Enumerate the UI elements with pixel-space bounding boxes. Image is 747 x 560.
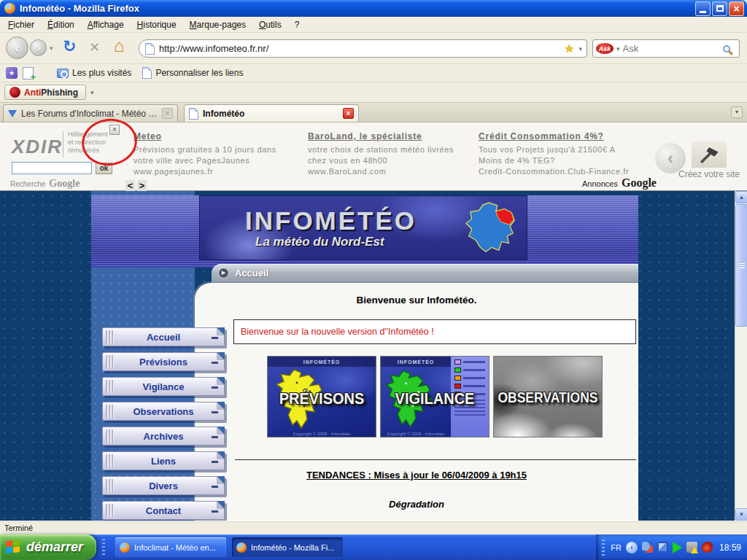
antiphishing-label-black: Phishing <box>41 88 78 98</box>
menu-historique[interactable]: Historique <box>131 18 183 32</box>
tray-icon-antivirus[interactable] <box>702 542 713 553</box>
menu-outils[interactable]: Outils <box>252 18 288 32</box>
antiphishing-dropdown[interactable]: ▾ <box>90 89 94 96</box>
sidebar-item-vigilance[interactable]: Vigilance <box>102 377 225 396</box>
bookmark-customize-links[interactable]: Personnaliser les liens <box>139 66 246 80</box>
sidebar-item-contact[interactable]: Contact <box>102 501 225 520</box>
antiphishing-button[interactable]: AntiPhishing <box>4 85 86 100</box>
tray-icon-network[interactable] <box>657 542 668 553</box>
forward-button[interactable]: › <box>30 39 47 56</box>
tab-infoclimat[interactable]: Les Forums d'Infoclimat - Météo en tem..… <box>3 104 178 122</box>
thumbnail-header: INFOMÉTÉO <box>381 357 451 367</box>
scrollbar-grip <box>739 262 745 268</box>
list-all-tabs-icon[interactable]: ▾ <box>731 106 743 118</box>
tab-close-icon[interactable]: × <box>343 108 354 119</box>
sidebar-item-observations[interactable]: Observations <box>102 402 225 421</box>
ad-title-link[interactable]: Crédit Consommation 4%? <box>479 131 648 142</box>
tray-icon-warning[interactable] <box>686 542 697 553</box>
minimize-button[interactable] <box>695 1 711 16</box>
bookmark-most-visited[interactable]: Les plus visités <box>54 66 134 79</box>
title-bar: Infométéo - Mozilla Firefox × <box>0 0 747 17</box>
ad-prev-button[interactable]: < <box>125 180 135 191</box>
create-site-label[interactable]: Créez votre site <box>678 169 740 179</box>
add-bookmark-icon[interactable] <box>23 67 34 79</box>
scroll-down-icon[interactable]: ▼ <box>735 508 747 521</box>
tab-close-icon[interactable]: × <box>162 108 173 119</box>
url-input[interactable] <box>159 43 560 54</box>
restore-icon <box>716 5 724 12</box>
sidebar-item-label: Liens <box>151 456 176 467</box>
home-button[interactable]: ⌂ <box>114 36 125 56</box>
observations-thumbnail[interactable]: OBSERVATIONS <box>493 356 603 438</box>
tray-handle <box>602 540 605 556</box>
taskbar-window-infoclimat[interactable]: Infoclimat - Météo en... <box>115 537 226 557</box>
thumbnail-copyright: Copyright © 2009 - Infométéo <box>268 432 376 436</box>
site-favicon <box>145 43 155 55</box>
tray-icon-player[interactable] <box>673 542 682 553</box>
ad-text: votre choix de stations météo livrées <box>308 144 477 155</box>
menu-marque-pages[interactable]: Marque-pages <box>183 18 252 32</box>
restore-button[interactable] <box>712 1 727 16</box>
taskbar-window-infometeo[interactable]: Infométéo - Mozilla Fi... <box>232 537 343 557</box>
dash-icon <box>212 436 218 438</box>
ask-logo-icon[interactable]: Ask <box>596 43 614 54</box>
url-bar[interactable]: ★ ▾ <box>139 39 587 58</box>
close-button[interactable]: × <box>729 1 744 16</box>
sidebar-item-accueil[interactable]: Accueil <box>102 327 225 346</box>
scrollbar-thumb[interactable] <box>735 204 747 327</box>
menu-affichage[interactable]: Affichage <box>81 18 131 32</box>
ad-url[interactable]: Credit-Consommation.Club-Finance.fr <box>479 166 648 177</box>
dash-icon <box>212 411 218 413</box>
previsions-thumbnail[interactable]: INFOMÉTÉO PRÉVISONS Copyright © 2009 - I… <box>267 356 376 438</box>
xdir-logo[interactable]: XDIR <box>12 136 63 158</box>
fold-corner <box>217 427 225 435</box>
ad-url[interactable]: www.BaroLand.com <box>308 166 477 177</box>
tab-infometeo-active[interactable]: Infométéo × <box>184 104 359 122</box>
ad-url[interactable]: www.pagesjaunes.fr <box>133 166 303 177</box>
clock: 18:59 <box>719 542 741 553</box>
sidebar-item-divers[interactable]: Divers <box>102 476 225 495</box>
ad-title-link[interactable]: BaroLand, le spécialiste <box>308 131 477 142</box>
taskbar-window-label: Infoclimat - Météo en... <box>134 543 216 552</box>
refresh-button[interactable]: ↻ <box>63 37 76 56</box>
minimize-icon <box>700 11 706 13</box>
bookmark-label: Personnaliser les liens <box>155 68 243 78</box>
legend-orange <box>454 376 461 381</box>
bookmarks-manager-icon[interactable]: ★ <box>6 67 18 79</box>
vigilance-thumbnail[interactable]: INFOMÉTÉO VIGILANCE <box>380 356 489 438</box>
tray-icon-messenger[interactable] <box>642 542 653 553</box>
ad-text: votre ville avec PagesJaunes <box>133 155 303 166</box>
sidebar-item-previsions[interactable]: Prévisions <box>102 352 225 371</box>
xdir-search-input[interactable] <box>12 162 92 174</box>
window-title: Infométéo - Mozilla Firefox <box>20 3 139 14</box>
toolbar-handle[interactable] <box>102 539 105 556</box>
section-header-bar: ▶ Accueil <box>212 264 638 283</box>
site-builder-ad[interactable] <box>692 141 727 168</box>
recherche-google-label: Recherche Google <box>10 178 80 190</box>
fold-corner <box>217 352 225 360</box>
firefox-icon <box>120 542 130 553</box>
search-engine-dropdown[interactable]: ▾ <box>616 45 620 52</box>
back-icon: ‹ <box>15 40 19 56</box>
hide-icons-chevron[interactable]: ‹ <box>626 542 638 553</box>
scroll-up-icon[interactable]: ▲ <box>735 191 747 203</box>
language-indicator[interactable]: FR <box>611 543 622 552</box>
smart-folder-icon <box>57 69 69 78</box>
vertical-scrollbar[interactable]: ▲ ▼ <box>735 191 747 521</box>
url-dropdown-icon[interactable]: ▾ <box>578 45 582 52</box>
back-button[interactable]: ‹ <box>6 36 28 59</box>
menu-fichier[interactable]: Fichier <box>1 18 41 32</box>
start-button[interactable]: démarrer <box>0 534 96 560</box>
ad-next-button[interactable]: > <box>137 180 147 191</box>
history-dropdown[interactable]: ▾ <box>50 44 53 52</box>
menu-aide[interactable]: ? <box>288 18 306 32</box>
sidebar-item-archives[interactable]: Archives <box>102 427 225 446</box>
bookmark-star-icon[interactable]: ★ <box>564 42 574 55</box>
menu-edition[interactable]: Édition <box>41 18 81 32</box>
ad-title-link[interactable]: Meteo <box>133 131 303 142</box>
search-bar[interactable]: Ask ▾ <box>592 39 740 58</box>
stop-button[interactable]: ✕ <box>89 39 100 55</box>
search-icon[interactable] <box>723 45 730 52</box>
sidebar-item-liens[interactable]: Liens <box>102 451 225 470</box>
search-input[interactable] <box>623 43 720 54</box>
